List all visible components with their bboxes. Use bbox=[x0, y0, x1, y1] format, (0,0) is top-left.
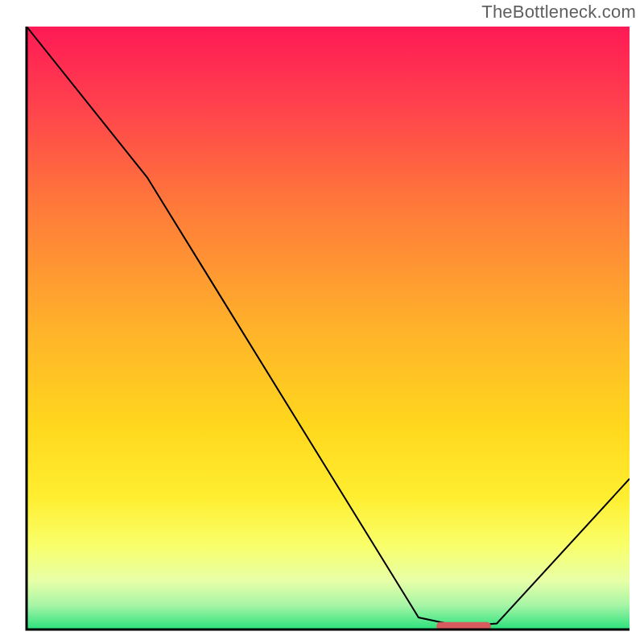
gradient-background bbox=[27, 27, 630, 630]
chart-frame: TheBottleneck.com bbox=[0, 0, 644, 644]
watermark-text: TheBottleneck.com bbox=[481, 2, 636, 23]
bottleneck-chart bbox=[0, 0, 644, 644]
